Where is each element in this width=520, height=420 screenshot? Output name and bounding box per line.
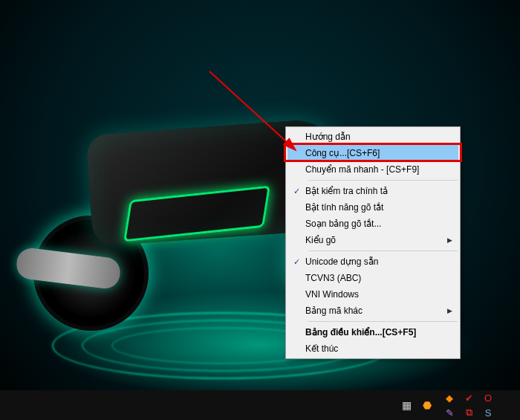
- skype-icon[interactable]: S: [482, 407, 494, 419]
- menu-item-label: Unicode dựng sẵn: [305, 256, 443, 267]
- blank-icon[interactable]: [501, 392, 513, 404]
- system-tray[interactable]: ◆✔O✎⧉S: [440, 390, 520, 420]
- submenu-arrow-icon: ▶: [443, 236, 452, 244]
- menu-item-label: Bảng điều khiển...[CS+F5]: [305, 327, 443, 337]
- feather-icon[interactable]: ✎: [443, 407, 455, 419]
- menu-item-label: TCVN3 (ABC): [305, 273, 443, 283]
- menu-item-label: Hướng dẫn: [305, 132, 443, 142]
- menu-item[interactable]: Kết thúc: [287, 340, 458, 357]
- menu-item-label: Bảng mã khác: [305, 306, 443, 316]
- opera-icon[interactable]: O: [482, 392, 494, 404]
- menu-item-label: Bật kiểm tra chính tả: [305, 186, 443, 196]
- app-icon[interactable]: ▦: [400, 398, 413, 412]
- menu-item-label: Bật tính năng gõ tắt: [305, 202, 443, 213]
- unikey-context-menu[interactable]: Hướng dẫnCông cụ...[CS+F6]Chuyển mã nhan…: [285, 126, 461, 359]
- record-icon[interactable]: ⧉: [463, 407, 475, 419]
- menu-separator: [308, 180, 458, 181]
- menu-item[interactable]: Bảng mã khác▶: [287, 303, 458, 319]
- check-icon: ✓: [287, 187, 305, 196]
- menu-item[interactable]: Kiểu gõ▶: [287, 232, 458, 248]
- menu-separator: [308, 321, 458, 322]
- menu-item[interactable]: Bật tính năng gõ tắt: [287, 199, 458, 216]
- system-tray-lead[interactable]: ▦⬣: [400, 390, 440, 420]
- menu-item[interactable]: Soạn bảng gõ tắt...: [287, 216, 458, 232]
- menu-item[interactable]: ✓Bật kiểm tra chính tả: [287, 183, 458, 199]
- avast-icon[interactable]: ◆: [443, 392, 455, 404]
- taskbar[interactable]: ▦⬣ ◆✔O✎⧉S: [0, 390, 520, 420]
- menu-item[interactable]: Công cụ...[CS+F6]: [287, 145, 458, 161]
- menu-item-label: VNI Windows: [305, 289, 443, 300]
- menu-item-label: Chuyển mã nhanh - [CS+F9]: [305, 164, 443, 175]
- security-icon[interactable]: ⬣: [420, 398, 434, 412]
- check-icon: ✓: [287, 257, 305, 267]
- menu-item[interactable]: Hướng dẫn: [287, 129, 458, 145]
- menu-separator: [308, 251, 458, 251]
- menu-item-label: Soạn bảng gõ tắt...: [305, 219, 443, 229]
- menu-item-label: Kết thúc: [305, 343, 443, 354]
- menu-item[interactable]: VNI Windows: [287, 286, 458, 303]
- menu-item[interactable]: Bảng điều khiển...[CS+F5]: [287, 324, 458, 340]
- shield-icon[interactable]: ✔: [463, 392, 475, 404]
- menu-item-label: Công cụ...[CS+F6]: [305, 148, 443, 158]
- blank2-icon[interactable]: [501, 407, 513, 419]
- submenu-arrow-icon: ▶: [443, 307, 452, 314]
- menu-item[interactable]: TCVN3 (ABC): [287, 270, 458, 286]
- menu-item[interactable]: Chuyển mã nhanh - [CS+F9]: [287, 161, 458, 178]
- menu-item-label: Kiểu gõ: [305, 235, 443, 245]
- menu-item[interactable]: ✓Unicode dựng sẵn: [287, 253, 458, 270]
